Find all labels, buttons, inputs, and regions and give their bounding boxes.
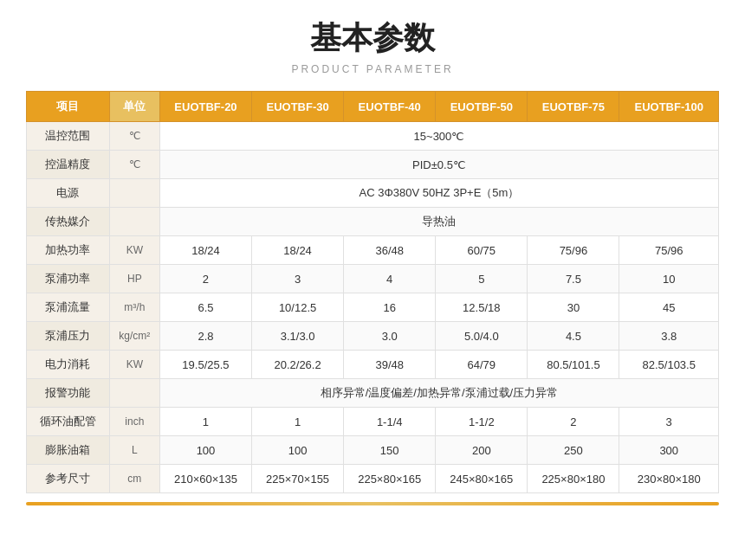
- row-unit-12: cm: [109, 465, 159, 493]
- row-7-val-1: 3.1/3.0: [252, 322, 344, 351]
- row-7-val-3: 5.0/4.0: [436, 322, 528, 351]
- row-12-val-1: 225×70×155: [252, 465, 344, 493]
- col-header-7: EUOTBF-100: [619, 92, 719, 122]
- row-label-5: 泵浦功率: [27, 265, 110, 293]
- page-wrapper: 基本参数 PRODUCT PARAMETER 项目单位EUOTBF-20EUOT…: [0, 0, 745, 531]
- row-label-1: 控温精度: [27, 151, 110, 179]
- row-colspan-value-0: 15~300℃: [159, 122, 718, 151]
- row-5-val-1: 3: [252, 265, 344, 293]
- row-unit-11: L: [109, 436, 159, 465]
- table-row: 泵浦功率HP23457.510: [27, 265, 719, 293]
- table-row: 泵浦压力kg/cm²2.83.1/3.03.05.0/4.04.53.8: [27, 322, 719, 351]
- row-unit-5: HP: [109, 265, 159, 293]
- row-6-val-1: 10/12.5: [252, 293, 344, 322]
- row-unit-1: ℃: [109, 151, 159, 179]
- table-row: 传热媒介导热油: [27, 208, 719, 236]
- table-row: 循环油配管inch111-1/41-1/223: [27, 408, 719, 436]
- row-4-val-5: 75/96: [619, 236, 719, 265]
- col-header-6: EUOTBF-75: [528, 92, 619, 122]
- row-10-val-4: 2: [528, 408, 619, 436]
- row-colspan-value-9: 相序异常/温度偏差/加热异常/泵浦过载/压力异常: [159, 379, 718, 408]
- row-label-12: 参考尺寸: [27, 465, 110, 493]
- table-row: 电力消耗KW19.5/25.520.2/26.239/4864/7980.5/1…: [27, 351, 719, 379]
- table-row: 报警功能相序异常/温度偏差/加热异常/泵浦过载/压力异常: [27, 379, 719, 408]
- row-10-val-1: 1: [252, 408, 344, 436]
- row-5-val-3: 5: [436, 265, 528, 293]
- row-unit-8: KW: [109, 351, 159, 379]
- row-8-val-4: 80.5/101.5: [528, 351, 619, 379]
- table-row: 泵浦流量m³/h6.510/12.51612.5/183045: [27, 293, 719, 322]
- row-4-val-4: 75/96: [528, 236, 619, 265]
- row-11-val-1: 100: [252, 436, 344, 465]
- table-row: 膨胀油箱L100100150200250300: [27, 436, 719, 465]
- row-5-val-2: 4: [344, 265, 436, 293]
- param-table: 项目单位EUOTBF-20EUOTBF-30EUOTBF-40EUOTBF-50…: [26, 91, 719, 493]
- row-unit-10: inch: [109, 408, 159, 436]
- row-unit-2: [109, 179, 159, 208]
- page-subtitle: PRODUCT PARAMETER: [26, 63, 719, 75]
- row-unit-0: ℃: [109, 122, 159, 151]
- row-12-val-4: 225×80×180: [528, 465, 619, 493]
- row-10-val-3: 1-1/2: [436, 408, 528, 436]
- row-label-11: 膨胀油箱: [27, 436, 110, 465]
- row-4-val-0: 18/24: [159, 236, 251, 265]
- row-unit-6: m³/h: [109, 293, 159, 322]
- row-11-val-2: 150: [344, 436, 436, 465]
- row-label-3: 传热媒介: [27, 208, 110, 236]
- row-unit-9: [109, 379, 159, 408]
- row-label-4: 加热功率: [27, 236, 110, 265]
- row-4-val-3: 60/75: [436, 236, 528, 265]
- row-5-val-5: 10: [619, 265, 719, 293]
- page-title: 基本参数: [26, 17, 719, 60]
- row-8-val-2: 39/48: [344, 351, 436, 379]
- row-label-0: 温控范围: [27, 122, 110, 151]
- row-11-val-4: 250: [528, 436, 619, 465]
- col-header-5: EUOTBF-50: [436, 92, 528, 122]
- row-7-val-5: 3.8: [619, 322, 719, 351]
- table-row: 加热功率KW18/2418/2436/4860/7575/9675/96: [27, 236, 719, 265]
- row-6-val-3: 12.5/18: [436, 293, 528, 322]
- row-10-val-5: 3: [619, 408, 719, 436]
- row-colspan-value-1: PID±0.5℃: [159, 151, 718, 179]
- row-12-val-3: 245×80×165: [436, 465, 528, 493]
- row-label-9: 报警功能: [27, 379, 110, 408]
- bottom-line: [26, 502, 719, 505]
- row-colspan-value-2: AC 3Φ380V 50HZ 3P+E（5m）: [159, 179, 718, 208]
- col-header-4: EUOTBF-40: [344, 92, 436, 122]
- row-4-val-2: 36/48: [344, 236, 436, 265]
- row-label-7: 泵浦压力: [27, 322, 110, 351]
- row-label-2: 电源: [27, 179, 110, 208]
- row-8-val-1: 20.2/26.2: [252, 351, 344, 379]
- row-11-val-0: 100: [159, 436, 251, 465]
- col-header-1: 单位: [109, 92, 159, 122]
- row-4-val-1: 18/24: [252, 236, 344, 265]
- row-11-val-3: 200: [436, 436, 528, 465]
- row-8-val-3: 64/79: [436, 351, 528, 379]
- row-colspan-value-3: 导热油: [159, 208, 718, 236]
- row-12-val-5: 230×80×180: [619, 465, 719, 493]
- row-7-val-2: 3.0: [344, 322, 436, 351]
- row-6-val-5: 45: [619, 293, 719, 322]
- row-12-val-0: 210×60×135: [159, 465, 251, 493]
- row-label-10: 循环油配管: [27, 408, 110, 436]
- row-unit-3: [109, 208, 159, 236]
- row-8-val-5: 82.5/103.5: [619, 351, 719, 379]
- table-row: 参考尺寸cm210×60×135225×70×155225×80×165245×…: [27, 465, 719, 493]
- table-row: 电源AC 3Φ380V 50HZ 3P+E（5m）: [27, 179, 719, 208]
- row-unit-4: KW: [109, 236, 159, 265]
- row-11-val-5: 300: [619, 436, 719, 465]
- row-8-val-0: 19.5/25.5: [159, 351, 251, 379]
- row-6-val-4: 30: [528, 293, 619, 322]
- row-5-val-4: 7.5: [528, 265, 619, 293]
- row-10-val-0: 1: [159, 408, 251, 436]
- col-header-3: EUOTBF-30: [252, 92, 344, 122]
- row-10-val-2: 1-1/4: [344, 408, 436, 436]
- row-label-6: 泵浦流量: [27, 293, 110, 322]
- row-label-8: 电力消耗: [27, 351, 110, 379]
- table-row: 控温精度℃PID±0.5℃: [27, 151, 719, 179]
- row-unit-7: kg/cm²: [109, 322, 159, 351]
- col-header-0: 项目: [27, 92, 110, 122]
- col-header-2: EUOTBF-20: [159, 92, 251, 122]
- row-5-val-0: 2: [159, 265, 251, 293]
- row-7-val-4: 4.5: [528, 322, 619, 351]
